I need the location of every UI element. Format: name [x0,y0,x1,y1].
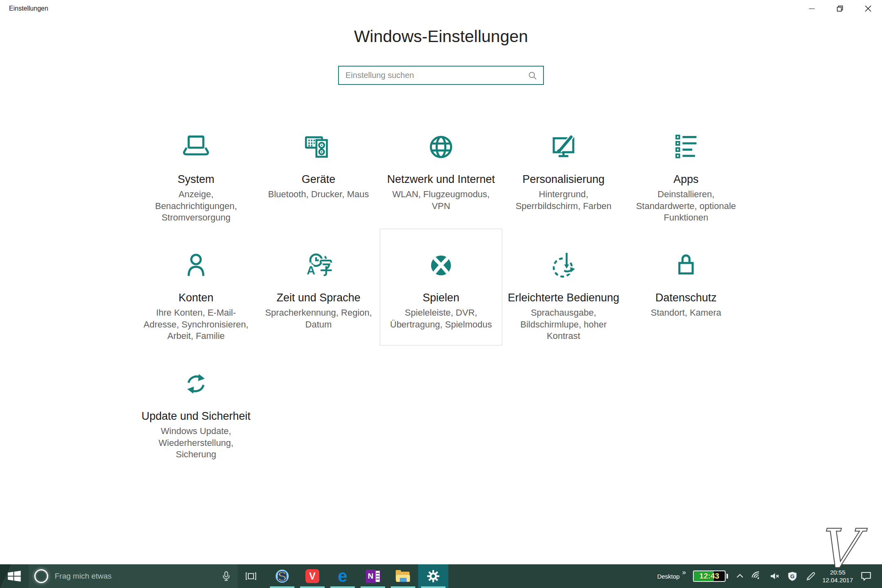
onenote-icon: N [366,570,380,583]
tile-subtitle: Ihre Konten, E-Mail-Adresse, Synchronisi… [135,307,257,342]
tile-personalization[interactable]: Personalisierung Hintergrund, Sperrbilds… [502,110,625,227]
volume-muted-icon[interactable] [769,571,780,581]
settings-search-input[interactable] [339,71,528,80]
window-controls [797,0,882,17]
taskbar-onenote-button[interactable]: N [358,564,388,588]
tile-subtitle: Anzeige, Benachrichtigungen, Stromversor… [135,189,257,224]
tile-title: Update und Sicherheit [135,410,257,423]
open-app-indicator [330,586,355,588]
window-title: Einstellungen [9,5,48,12]
taskbar-vivaldi-button[interactable]: V [297,564,327,588]
tile-title: Zeit und Sprache [257,292,380,304]
tile-time-language[interactable]: Zeit und Sprache Spracherkennung, Region… [257,229,380,345]
tile-title: Apps [625,173,747,186]
tile-network[interactable]: Netzwerk und Internet WLAN, Flugzeugmodu… [380,110,502,227]
network-icon [424,130,458,164]
restore-button[interactable] [826,0,854,17]
restore-icon [835,3,845,14]
taskbar-search[interactable]: Frag mich etwas [29,564,238,588]
open-app-indicator [361,586,385,588]
tile-privacy[interactable]: Datenschutz Standort, Kamera [625,229,747,345]
hidden-icons-chevron[interactable] [735,571,745,581]
tile-gaming[interactable]: Spielen Spieleleiste, DVR, Übertragung, … [380,229,502,345]
battery-meter[interactable]: 12:43 [693,570,726,582]
file-explorer-icon [396,570,410,582]
minimize-button[interactable] [797,0,826,17]
gaming-icon [424,249,458,282]
system-icon [179,130,213,164]
battery-nub [726,574,728,579]
devices-icon [302,130,335,164]
desktop-toolbar-label[interactable]: Desktop [657,573,679,580]
minimize-icon [809,9,815,9]
tile-subtitle: Hintergrund, Sperrbildschirm, Farben [502,189,625,212]
wifi-icon[interactable] [752,571,762,581]
update-icon [179,367,213,401]
open-app-indicator [421,586,445,588]
tile-subtitle: Sprachausgabe, Bildschirmlupe, hoher Kon… [502,307,625,342]
battery-time: 12:43 [694,571,725,581]
task-view-icon [245,570,257,582]
tile-title: Datenschutz [625,292,747,304]
settings-gear-icon [427,570,440,583]
tile-subtitle: Deinstallieren, Standardwerte, optionale… [625,189,747,224]
taskbar-settings-button[interactable] [418,564,448,588]
tile-accounts[interactable]: Konten Ihre Konten, E-Mail-Adresse, Sync… [135,229,257,345]
gdata-shield-icon[interactable]: G [787,571,798,582]
action-center-icon[interactable] [860,570,872,582]
tile-subtitle: Spracherkennung, Region, Datum [257,307,380,330]
tile-title: Geräte [257,173,380,186]
privacy-icon [669,249,703,282]
close-icon [863,3,873,14]
tile-title: Konten [135,292,257,304]
accounts-icon [179,249,213,282]
apps-icon [669,130,703,164]
watermark-v: V [818,522,857,576]
edge-icon: e [338,568,347,585]
task-view-button[interactable] [238,564,264,588]
taskbar-edge-button[interactable]: e [327,564,358,588]
tile-title: System [135,173,257,186]
tile-ease-of-access[interactable]: Erleichterte Bedienung Sprachausgabe, Bi… [502,229,625,345]
svg-text:G: G [790,573,795,579]
taskbar-apps: S V e N [267,564,448,588]
tile-update-security[interactable]: Update und Sicherheit Windows Update, Wi… [135,347,257,464]
toolbar-overflow-chevron[interactable]: » [682,568,686,577]
cortana-icon [34,569,48,583]
taskbar-file-explorer-button[interactable] [388,564,418,588]
search-icon [528,71,537,80]
tile-title: Spielen [380,292,502,304]
tile-title: Personalisierung [502,173,625,186]
close-button[interactable] [854,0,882,17]
open-app-indicator [300,586,325,588]
start-button[interactable] [0,564,29,588]
tile-apps[interactable]: Apps Deinstallieren, Standardwerte, opti… [625,110,747,227]
taskbar-search-placeholder: Frag mich etwas [55,572,220,581]
settings-categories-grid: System Anzeige, Benachrichtigungen, Stro… [135,110,747,464]
personalization-icon [547,130,580,164]
tile-title: Netzwerk und Internet [380,173,502,186]
taskbar-app-s-button[interactable]: S [267,564,297,588]
windows-ink-pen-icon[interactable] [805,571,815,581]
s-app-icon: S [275,569,290,584]
tile-subtitle: WLAN, Flugzeugmodus, VPN [380,189,502,212]
open-app-indicator [270,586,294,588]
tile-system[interactable]: System Anzeige, Benachrichtigungen, Stro… [135,110,257,227]
windows-flag-icon [6,568,22,584]
open-app-indicator [391,586,415,588]
tile-devices[interactable]: Geräte Bluetooth, Drucker, Maus [257,110,380,227]
titlebar: Einstellungen [0,0,882,18]
tile-subtitle: Spieleleiste, DVR, Übertragung, Spielmod… [380,307,502,330]
page-title: Windows-Einstellungen [0,27,882,46]
ease-icon [547,249,580,282]
tile-subtitle: Bluetooth, Drucker, Maus [257,189,380,200]
taskbar: Frag mich etwas S V e [0,564,882,588]
tile-subtitle: Windows Update, Wiederherstellung, Siche… [135,425,257,461]
vivaldi-icon: V [305,569,319,583]
tile-title: Erleichterte Bedienung [502,292,625,304]
microphone-icon[interactable] [220,570,232,582]
time-language-icon [302,249,335,282]
settings-search-box[interactable] [338,66,544,85]
tile-subtitle: Standort, Kamera [625,307,747,319]
